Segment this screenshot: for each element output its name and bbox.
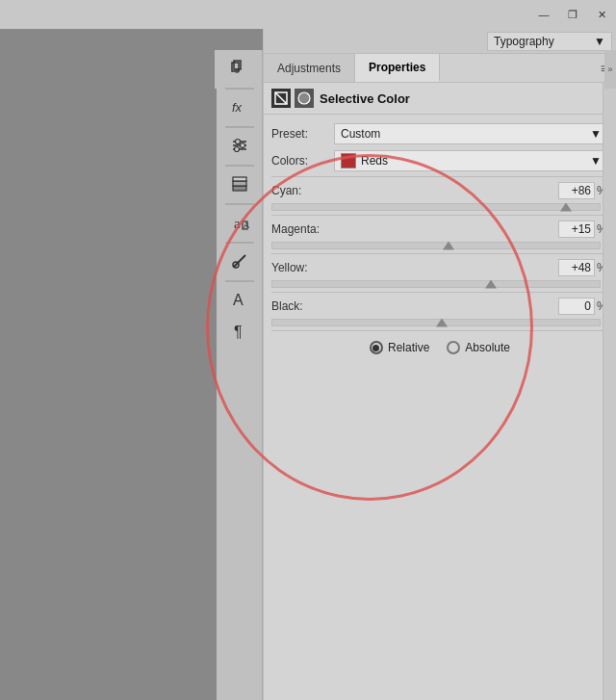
colors-chevron-icon: ▼	[590, 154, 602, 168]
svg-point-7	[235, 140, 240, 144]
tab-properties-label: Properties	[369, 61, 425, 74]
cyan-value-box: +86 %	[334, 182, 608, 199]
tab-adjustments[interactable]: Adjustments	[264, 54, 355, 82]
svg-text:A: A	[244, 220, 249, 230]
workspace	[0, 29, 217, 700]
divider-1	[271, 176, 608, 177]
toolbar-separator-5	[225, 242, 254, 244]
cyan-thumb[interactable]	[560, 203, 572, 212]
radio-relative-label: Relative	[388, 341, 429, 354]
close-button[interactable]: ✕	[587, 0, 616, 29]
yellow-slider[interactable]	[271, 280, 601, 288]
typography-chevron-icon: ▼	[594, 35, 605, 48]
color-swatch	[341, 153, 356, 169]
preset-dropdown[interactable]: Custom ▼	[334, 123, 608, 144]
history-panel-icon[interactable]: 5	[223, 54, 256, 83]
panel-top-bar: Typography ▼	[264, 29, 616, 54]
divider-2	[271, 215, 608, 216]
yellow-thumb[interactable]	[485, 280, 497, 289]
black-value-box: 0 %	[334, 298, 608, 315]
black-row: Black: 0 %	[264, 295, 616, 318]
svg-text:¶: ¶	[234, 324, 243, 340]
toolbar-separator-2	[225, 126, 254, 128]
divider-3	[271, 253, 608, 254]
magenta-value[interactable]: +15	[558, 220, 595, 238]
magenta-label: Magenta:	[271, 222, 334, 236]
divider-5	[271, 330, 608, 331]
svg-point-8	[240, 143, 244, 148]
tabs-row: Adjustments Properties ≡	[264, 54, 616, 83]
controls-area: Preset: Custom ▼ Colors: Reds ▼ Cya	[264, 115, 616, 368]
black-value[interactable]: 0	[558, 298, 595, 315]
svg-text:fx: fx	[232, 100, 243, 115]
svg-point-22	[298, 92, 310, 104]
svg-rect-12	[233, 177, 246, 181]
text-select-icon[interactable]: aA	[223, 208, 256, 237]
svg-line-16	[234, 255, 245, 267]
yellow-label: Yellow:	[271, 261, 334, 274]
title-bar: — ❐ ✕	[0, 0, 616, 29]
radio-absolute[interactable]: Absolute	[447, 341, 510, 354]
black-label: Black:	[271, 299, 334, 313]
yellow-value[interactable]: +48	[558, 259, 595, 276]
svg-text:a: a	[234, 216, 241, 231]
svg-rect-11	[233, 181, 246, 186]
panel-icon-1	[271, 89, 291, 108]
radio-row: Relative Absolute	[264, 333, 616, 362]
black-slider-row	[264, 318, 616, 328]
divider-4	[271, 292, 608, 293]
adjustments-icon[interactable]	[223, 131, 256, 160]
tools-icon[interactable]	[223, 246, 256, 275]
magenta-value-box: +15 %	[334, 220, 608, 238]
yellow-row: Yellow: +48 %	[264, 256, 616, 279]
toolbar-separator-1	[225, 88, 254, 90]
cyan-row: Cyan: +86 %	[264, 179, 616, 202]
cyan-slider-row	[264, 202, 616, 213]
cyan-slider[interactable]	[271, 203, 601, 211]
svg-text:A: A	[233, 292, 244, 308]
svg-line-21	[275, 92, 287, 104]
preset-label: Preset:	[271, 127, 334, 141]
tab-properties[interactable]: Properties	[355, 54, 440, 82]
colors-value: Reds	[361, 154, 388, 168]
radio-absolute-circle	[447, 341, 460, 354]
toolbar-separator-4	[225, 203, 254, 205]
toolbar-separator-6	[225, 280, 254, 282]
colors-label: Colors:	[271, 154, 334, 168]
typography-dropdown[interactable]: Typography ▼	[487, 32, 612, 51]
panel-title: Selective Color	[320, 91, 410, 106]
preset-row: Preset: Custom ▼	[264, 120, 616, 147]
preset-value: Custom	[341, 127, 380, 141]
panel-icon-2	[295, 89, 314, 108]
right-panel: Typography ▼ Adjustments Properties ≡ Se…	[263, 29, 616, 700]
black-slider[interactable]	[271, 319, 601, 326]
font-a-icon[interactable]: A	[223, 285, 256, 314]
colors-row: Colors: Reds ▼	[264, 147, 616, 174]
maximize-button[interactable]: ❐	[558, 0, 587, 29]
collapse-right-arrow[interactable]: »	[604, 50, 616, 89]
toolbar-separator-3	[225, 165, 254, 167]
colors-value-box: Reds ▼	[334, 150, 608, 171]
typography-label: Typography	[494, 35, 554, 48]
magenta-slider[interactable]	[271, 242, 601, 249]
right-scrollbar[interactable]	[603, 83, 616, 700]
yellow-value-box: +48 %	[334, 259, 608, 276]
svg-text:5: 5	[235, 66, 240, 75]
radio-relative-circle	[370, 341, 383, 354]
black-thumb[interactable]	[436, 319, 448, 327]
fx-icon[interactable]: fx	[223, 92, 256, 121]
layers-icon[interactable]	[223, 169, 256, 198]
paragraph-icon[interactable]: ¶	[223, 316, 256, 345]
cyan-value[interactable]: +86	[558, 182, 595, 199]
window-controls: — ❐ ✕	[529, 0, 616, 29]
minimize-button[interactable]: —	[529, 0, 558, 29]
magenta-row: Magenta: +15 %	[264, 218, 616, 241]
cyan-label: Cyan:	[271, 184, 334, 197]
colors-dropdown[interactable]: Reds ▼	[334, 150, 608, 171]
radio-relative[interactable]: Relative	[370, 341, 429, 354]
yellow-slider-row	[264, 279, 616, 290]
panel-header: Selective Color	[264, 83, 616, 115]
magenta-thumb[interactable]	[443, 242, 454, 250]
vertical-toolbar: 5 fx aA A ¶	[217, 50, 263, 700]
magenta-slider-row	[264, 241, 616, 251]
